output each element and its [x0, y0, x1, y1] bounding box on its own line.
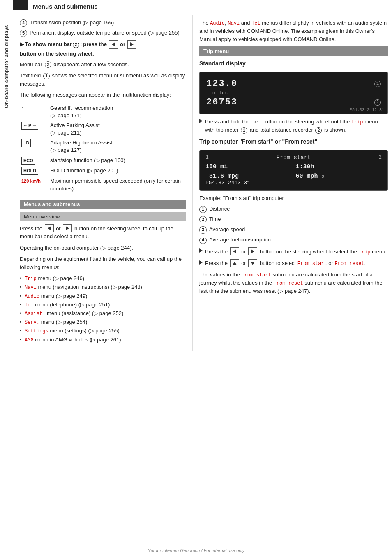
numbered-item-5: 5 Permanent display: outside temperature…	[20, 29, 186, 37]
standard-display-title: Standard display	[199, 60, 388, 68]
circle-5: 5	[20, 30, 27, 37]
page-header: 246 Menus and submenus	[0, 0, 392, 13]
parking-symbol-label: Active Parking Assist(▷ page 211)	[48, 121, 186, 138]
menu-overview-text3: Depending on the equipment fitted in the…	[20, 255, 186, 271]
list-item-tel: Tel menu (telephone) (▷ page 251)	[20, 301, 186, 309]
fs-consumption-value: -31.6 mpg	[205, 173, 292, 180]
right-triangle-icon	[130, 42, 134, 46]
arrow-bullet-icon-2	[199, 248, 203, 253]
right-btn-r[interactable]	[248, 247, 257, 255]
symbol-row-gear: ↑ Gearshift recommendation(▷ page 171)	[20, 103, 186, 121]
display-ref-1: P54.33-2412-31	[350, 108, 384, 112]
gear-symbol-label: Gearshift recommendation(▷ page 171)	[48, 103, 186, 121]
sidebar: On-board computer and displays	[0, 0, 13, 535]
list-item-navi: Navi menu (navigation instructions) (▷ p…	[20, 283, 186, 292]
from-start-link: From start	[297, 261, 327, 267]
item-5-text: Permanent display: outside temperature o…	[30, 29, 180, 37]
fs-header-row: 1 From start 2	[205, 154, 382, 161]
trip-link-sel: Trip	[359, 249, 371, 255]
right-btn-2[interactable]	[63, 224, 72, 232]
item-r1-text: Distance	[209, 205, 230, 213]
down-btn[interactable]	[248, 259, 257, 267]
symbol-row-parking: ←P→ Active Parking Assist(▷ page 211)	[20, 121, 186, 138]
parking-symbol-cell: ←P→	[20, 121, 48, 138]
left-triangle-icon	[112, 42, 115, 46]
circle-1-ref: 1	[43, 73, 50, 79]
hold-symbol-cell: HOLD	[20, 166, 48, 176]
speed-symbol-icon: 120 km/h	[21, 178, 41, 184]
serv-link: Serv.	[25, 320, 39, 325]
arrow-bullet-icon-3	[199, 260, 203, 265]
down-tri-icon	[251, 262, 255, 265]
up-btn[interactable]	[230, 259, 239, 267]
bold-instruction: ▶ To show menu bar2: press the or button…	[20, 40, 186, 58]
fs-distance-value: 150 mi	[205, 163, 292, 170]
left-button[interactable]	[109, 40, 118, 49]
left-btn-r[interactable]	[230, 247, 239, 255]
circle-fs-1: 1	[205, 154, 209, 161]
speed-symbol-label: Maximum permissible speed exceeded (only…	[48, 176, 186, 193]
speed-symbol-cell: 120 km/h	[20, 176, 48, 193]
arrow-bullet-icon-1	[199, 119, 203, 123]
from-reset-link: From reset	[335, 261, 364, 267]
symbol-row-eco: ECO start/stop function (▷ page 160)	[20, 155, 186, 166]
left-tri-r-icon	[233, 249, 236, 253]
numbered-item-r1: 1 Distance	[199, 205, 388, 213]
list-item-audio: Audio menu (▷ page 249)	[20, 292, 186, 301]
intro-text: The Audio, Navi and Tel menus differ sli…	[199, 19, 388, 43]
arrow-instruction-2-text: Press the or button on the steering whee…	[205, 247, 387, 256]
menu-overview-text2: Operating the on-board computer (▷ page …	[20, 244, 186, 252]
circle-2-ref: 2	[45, 61, 51, 68]
left-tri-2-icon	[48, 226, 51, 230]
circle-fs-3: 3	[322, 174, 324, 179]
fs-cell-consumption: -31.6 mpg	[205, 173, 292, 180]
arrow-instruction-3: Press the or button to select From start…	[199, 259, 388, 267]
audio-link-right: Audio	[210, 21, 225, 26]
arrow-instruction-1-text: Press and hold the ↩ button on the steer…	[205, 118, 388, 134]
following-messages-text: The following messages can appear in the…	[20, 91, 186, 99]
tel-link: Tel	[25, 302, 34, 308]
item-r2-text: Time	[209, 216, 221, 223]
arrow-bullet-left-icon: ▶	[20, 40, 24, 49]
trip-computer-title: Trip computer "From start" or "From rese…	[199, 138, 388, 146]
circle-r2: 2	[199, 216, 207, 223]
circle-r1: 1	[199, 206, 207, 213]
circle-1-display: 1	[374, 81, 381, 87]
trip-link: Trip	[25, 276, 37, 282]
adaptive-symbol-cell: ≡D	[20, 138, 48, 155]
adaptive-symbol-label: Adaptive Highbeam Assist(▷ page 127)	[48, 138, 186, 155]
display-row-1: 123.0 1	[206, 79, 381, 89]
symbol-row-adaptive: ≡D Adaptive Highbeam Assist(▷ page 127)	[20, 138, 186, 155]
gear-symbol-cell: ↑	[20, 103, 48, 121]
arrow-instruction-1: Press and hold the ↩ button on the steer…	[199, 118, 388, 134]
assist-link: Assist.	[25, 311, 45, 317]
right-column: The Audio, Navi and Tel menus differ sli…	[192, 15, 392, 351]
menu-overview-subheader: Menu overview	[20, 212, 186, 221]
trip-link-instr: Trip	[351, 119, 363, 125]
display-ref-2: P54.33-2413-31	[205, 180, 250, 186]
fs-title: From start	[276, 154, 311, 161]
from-start-display: 1 From start 2 150 mi 1:30h -31.6 mpg 60…	[199, 150, 388, 191]
circle-r3: 3	[199, 226, 207, 234]
fs-grid: 150 mi 1:30h -31.6 mpg 60 mph 3	[205, 163, 382, 180]
fs-cell-speed: 60 mph 3	[296, 173, 382, 180]
hold-symbol-icon: HOLD	[21, 167, 38, 175]
item-r4-text: Average fuel consumption	[209, 236, 271, 244]
tel-link-right: Tel	[251, 21, 261, 26]
right-button[interactable]	[127, 40, 136, 49]
left-btn-2[interactable]	[45, 224, 54, 232]
display-row-2: 26753 2	[206, 97, 381, 107]
from-reset-link-2: From reset	[274, 281, 303, 286]
sidebar-label: On-board computer and displays	[4, 25, 9, 108]
circle-2-inline: 2	[73, 42, 79, 48]
reset-button[interactable]: ↩	[252, 118, 260, 125]
menu-overview-text1: Press the or button on the steering whee…	[20, 224, 186, 241]
numbered-item-4: 4 Transmission position (▷ page 166)	[20, 19, 186, 27]
fs-cell-time: 1:30h	[296, 163, 382, 170]
bold-instruction-text: To show menu bar2:	[25, 40, 82, 49]
right-tri-2-icon	[66, 226, 69, 230]
arrow-instruction-2: Press the or button on the steering whee…	[199, 247, 388, 256]
list-item-serv: Serv. menu (▷ page 254)	[20, 318, 186, 327]
standard-display-image: 123.0 1 — miles — 26753 2 P54.33-2412-31	[199, 72, 388, 114]
fs-time-value: 1:30h	[296, 163, 382, 170]
